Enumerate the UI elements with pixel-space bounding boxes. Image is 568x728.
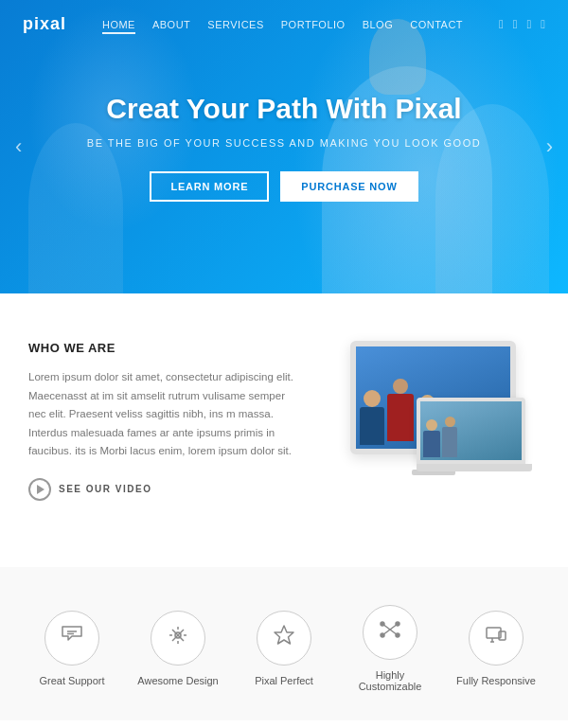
googleplus-icon[interactable]:  [527, 17, 532, 31]
laptop-screen [417, 398, 525, 464]
support-icon-circle [44, 611, 99, 666]
support-label: Great Support [39, 675, 104, 686]
feature-support: Great Support [25, 611, 119, 686]
who-label: WHO WE ARE [28, 341, 294, 355]
customizable-label: Highly Customizable [343, 669, 437, 692]
customizable-icon-circle [363, 605, 417, 660]
feature-customizable: Highly Customizable [343, 605, 437, 692]
who-description: Lorem ipsum dolor sit amet, consectetur … [28, 368, 294, 461]
responsive-label: Fully Responsive [456, 675, 536, 686]
support-icon [61, 624, 83, 652]
nav-about[interactable]: ABOUT [152, 19, 190, 30]
logo[interactable]: pixal [23, 14, 66, 34]
nav-blog[interactable]: BLOG [363, 19, 394, 30]
who-text-block: WHO WE ARE Lorem ipsum dolor sit amet, c… [28, 341, 294, 501]
social-links:     [499, 17, 545, 31]
laptop-mockup [417, 398, 540, 483]
perfect-label: Pixal Perfect [255, 675, 313, 686]
svg-point-16 [396, 633, 399, 637]
svg-point-14 [396, 622, 399, 626]
perfect-icon [273, 624, 295, 652]
customizable-icon [379, 618, 401, 647]
purchase-now-button[interactable]: PURCHASE NOW [280, 171, 417, 202]
see-video-button[interactable]: SEE OUR VIDEO [28, 478, 294, 501]
see-video-label: SEE OUR VIDEO [59, 484, 151, 494]
nav-contact[interactable]: CONTACT [410, 19, 463, 30]
responsive-icon [485, 624, 507, 652]
svg-marker-10 [275, 626, 293, 644]
responsive-icon-circle [469, 611, 524, 666]
hero-next-arrow[interactable]: › [539, 127, 560, 167]
laptop-base [417, 464, 532, 471]
linkedin-icon[interactable]:  [541, 17, 545, 31]
nav-links: HOME ABOUT SERVICES PORTFOLIO BLOG CONTA… [102, 15, 463, 32]
hero-buttons: LEARN MORE PURCHASE NOW [87, 171, 481, 202]
perfect-icon-circle [257, 611, 311, 666]
feature-responsive: Fully Responsive [449, 611, 543, 686]
twitter-icon[interactable]:  [513, 17, 518, 31]
nav-home[interactable]: HOME [102, 19, 135, 34]
monitor-mockup [350, 341, 540, 483]
hero-title: Creat Your Path With Pixal [87, 92, 481, 126]
navbar: pixal HOME ABOUT SERVICES PORTFOLIO BLOG… [0, 0, 568, 47]
hero-subtitle: BE THE BIG OF YOUR SUCCESS AND MAKING YO… [87, 137, 481, 149]
who-image-block [310, 341, 540, 483]
feature-design: Awesome Design [131, 611, 225, 686]
nav-services[interactable]: SERVICES [207, 19, 263, 30]
design-label: Awesome Design [137, 675, 218, 686]
svg-point-15 [381, 633, 384, 637]
who-section: WHO WE ARE Lorem ipsum dolor sit amet, c… [0, 293, 568, 539]
hero-prev-arrow[interactable]: ‹ [8, 127, 29, 167]
hero-content: Creat Your Path With Pixal BE THE BIG OF… [59, 92, 509, 202]
svg-point-13 [381, 622, 384, 626]
features-section: Great Support Awesome Design [0, 567, 568, 720]
facebook-icon[interactable]:  [499, 17, 504, 31]
nav-portfolio[interactable]: PORTFOLIO [281, 19, 346, 30]
play-triangle-icon [37, 485, 44, 494]
laptop-screen-content [420, 401, 522, 460]
learn-more-button[interactable]: LEARN MORE [150, 171, 269, 202]
design-icon-circle [151, 611, 205, 666]
spacer [0, 539, 568, 567]
feature-perfect: Pixal Perfect [237, 611, 331, 686]
design-icon [167, 624, 189, 652]
play-circle-icon [28, 478, 51, 501]
